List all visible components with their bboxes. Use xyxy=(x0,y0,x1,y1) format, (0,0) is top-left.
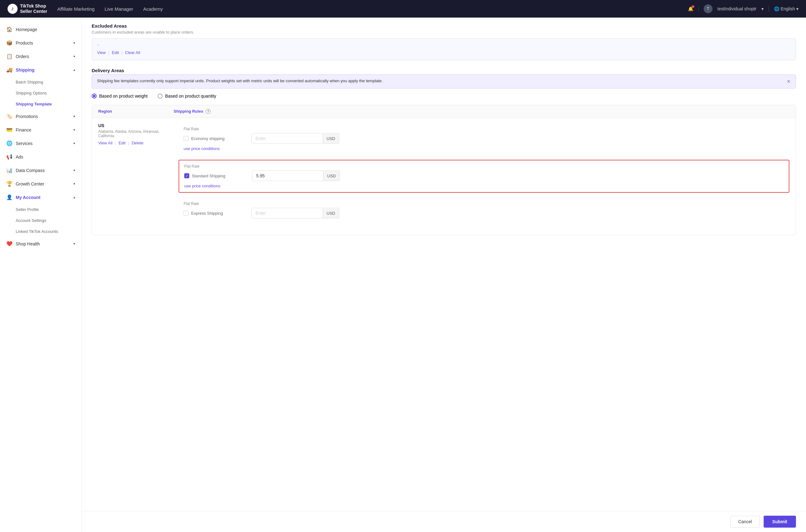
excluded-areas-box: -- View | Edit | Clear All xyxy=(92,38,796,60)
sidebar-item-my-account[interactable]: 👤 My Account ▴ xyxy=(0,191,81,204)
clear-all-link[interactable]: Clear All xyxy=(125,50,140,55)
chevron-down-icon: ▾ xyxy=(74,41,75,44)
orders-icon: 📋 xyxy=(6,53,13,59)
ads-icon: 📢 xyxy=(6,154,13,160)
sidebar-item-seller-profile[interactable]: Seller Profile xyxy=(16,204,81,215)
language-selector[interactable]: 🌐 English ▾ xyxy=(774,6,799,11)
help-icon[interactable]: ? xyxy=(206,109,211,114)
express-label: Express Shipping xyxy=(191,211,223,216)
data-compass-icon: 📊 xyxy=(6,167,13,173)
economy-currency: USD xyxy=(323,134,339,144)
sidebar-label-promotions: Promotions xyxy=(16,114,70,119)
sidebar-item-products[interactable]: 📦 Products ▾ xyxy=(0,36,81,50)
sidebar: 🏠 Homepage 📦 Products ▾ 📋 Orders ▾ 🚚 Shi… xyxy=(0,18,82,532)
sidebar-item-batch-shipping[interactable]: Batch Shipping xyxy=(16,77,81,88)
sidebar-label-ads: Ads xyxy=(16,154,75,159)
economy-label-col: Economy shipping xyxy=(184,136,246,141)
sidebar-item-services[interactable]: 🌐 Services ▾ xyxy=(0,136,81,150)
region-info: US Alabama, Alaska, Arizona, Arkansas, C… xyxy=(98,123,174,230)
delivery-areas-section: Delivery Areas Shipping fee templates cu… xyxy=(92,68,796,235)
close-icon[interactable]: ✕ xyxy=(787,78,791,84)
user-name[interactable]: testIndividual shoptr xyxy=(717,6,757,11)
tiktok-icon: ♪ xyxy=(7,4,18,14)
notification-button[interactable]: 🔔 xyxy=(688,6,693,11)
sidebar-item-shipping[interactable]: 🚚 Shipping ▴ xyxy=(0,63,81,77)
economy-use-price-conditions[interactable]: use price conditions xyxy=(184,146,784,151)
sidebar-item-shipping-options[interactable]: Shipping Options xyxy=(16,88,81,98)
info-banner-text: Shipping fee templates currently only su… xyxy=(97,78,383,83)
standard-rate-input[interactable] xyxy=(252,171,323,181)
economy-rate-input[interactable] xyxy=(252,133,323,144)
standard-use-price-conditions[interactable]: use price conditions xyxy=(184,184,784,188)
view-link[interactable]: View xyxy=(97,50,106,55)
chevron-down-icon: ▾ xyxy=(74,115,75,118)
sidebar-label-my-account: My Account xyxy=(16,195,70,200)
sidebar-item-homepage[interactable]: 🏠 Homepage xyxy=(0,23,81,36)
shipping-table: Region Shipping Rules ? US Alabama, Alas… xyxy=(92,105,796,235)
radio-product-quantity[interactable]: Based on product quantity xyxy=(157,94,216,98)
radio-circle-quantity xyxy=(157,94,162,98)
sidebar-item-promotions[interactable]: 🏷️ Promotions ▾ xyxy=(0,110,81,123)
chevron-up-icon: ▴ xyxy=(74,195,75,199)
table-header: Region Shipping Rules ? xyxy=(92,105,795,118)
economy-flat-rate-col: USD xyxy=(251,133,784,144)
submit-button[interactable]: Submit xyxy=(764,516,796,528)
chevron-up-icon: ▴ xyxy=(74,68,75,72)
region-row: US Alabama, Alaska, Arizona, Arkansas, C… xyxy=(98,123,789,230)
topnav-right: 🔔 T testIndividual shoptr ▾ 🌐 English ▾ xyxy=(688,4,799,13)
express-shipping-row: Flat Rate Express Shipping xyxy=(178,198,789,225)
radio-product-weight[interactable]: Based on product weight xyxy=(92,94,148,98)
standard-row-top: ✓ Standard Shipping USD xyxy=(184,170,784,181)
sidebar-item-linked-tiktok-accounts[interactable]: Linked TikTok Accounts xyxy=(16,226,81,237)
sidebar-item-ads[interactable]: 📢 Ads xyxy=(0,150,81,164)
sidebar-item-account-settings[interactable]: Account Settings xyxy=(16,215,81,226)
sidebar-item-shipping-template[interactable]: Shipping Template xyxy=(16,98,81,110)
nav-links: Affiliate Marketing Live Manager Academy xyxy=(57,6,678,12)
nav-live-manager[interactable]: Live Manager xyxy=(104,6,133,12)
sidebar-label-shipping: Shipping xyxy=(16,68,70,73)
footer-bar: Cancel Submit xyxy=(82,511,806,532)
view-all-link[interactable]: View All xyxy=(98,140,112,145)
region-name: US xyxy=(98,123,174,128)
logo[interactable]: ♪ TikTok ShopSeller Center xyxy=(7,3,47,14)
region-delete-link[interactable]: Delete xyxy=(132,140,143,145)
region-actions: View All | Edit | Delete xyxy=(98,140,174,145)
nav-affiliate-marketing[interactable]: Affiliate Marketing xyxy=(57,6,94,12)
top-navigation: ♪ TikTok ShopSeller Center Affiliate Mar… xyxy=(0,0,806,18)
edit-link[interactable]: Edit xyxy=(112,50,119,55)
standard-checkbox[interactable]: ✓ xyxy=(184,173,189,178)
radio-group: Based on product weight Based on product… xyxy=(92,94,796,98)
sidebar-item-finance[interactable]: 💳 Finance ▾ xyxy=(0,123,81,136)
logo-text: TikTok ShopSeller Center xyxy=(20,3,47,14)
nav-academy[interactable]: Academy xyxy=(143,6,163,12)
sidebar-item-shop-health[interactable]: ❤️ Shop Health ▾ xyxy=(0,237,81,250)
sidebar-item-orders[interactable]: 📋 Orders ▾ xyxy=(0,50,81,63)
economy-checkbox[interactable] xyxy=(184,136,189,141)
standard-flat-rate-col: USD xyxy=(252,170,784,181)
shipping-submenu: Batch Shipping Shipping Options Shipping… xyxy=(0,77,81,110)
col-region: Region xyxy=(98,109,174,114)
express-input-group: USD xyxy=(251,208,339,218)
sidebar-item-growth-center[interactable]: 🏆 Growth Center ▾ xyxy=(0,177,81,191)
region-edit-link[interactable]: Edit xyxy=(119,140,126,145)
radio-label-weight: Based on product weight xyxy=(99,94,148,98)
sidebar-item-data-compass[interactable]: 📊 Data Compass ▾ xyxy=(0,164,81,177)
col-shipping-rules: Shipping Rules ? xyxy=(174,109,789,114)
economy-label: Economy shipping xyxy=(191,136,225,141)
sidebar-label-growth-center: Growth Center xyxy=(16,182,70,186)
my-account-icon: 👤 xyxy=(6,194,13,200)
shipping-icon: 🚚 xyxy=(6,67,13,73)
excluded-placeholder: -- xyxy=(97,42,791,47)
economy-row-top: Economy shipping USD xyxy=(184,133,784,144)
cancel-button[interactable]: Cancel xyxy=(730,516,760,528)
standard-shipping-row: Flat Rate ✓ Standard Shipping xyxy=(178,160,789,193)
economy-shipping-row: Flat Rate Economy shipping xyxy=(178,123,789,155)
express-rate-input[interactable] xyxy=(252,208,323,218)
main-content: Shipping Fees Template Excluded Areas Cu… xyxy=(82,0,806,514)
standard-input-group: USD xyxy=(252,170,340,181)
express-checkbox[interactable] xyxy=(184,211,189,216)
sidebar-label-products: Products xyxy=(16,40,70,45)
chevron-down-icon: ▾ xyxy=(74,55,75,58)
chevron-down-icon: ▾ xyxy=(74,169,75,172)
chevron-down-icon: ▾ xyxy=(74,242,75,245)
